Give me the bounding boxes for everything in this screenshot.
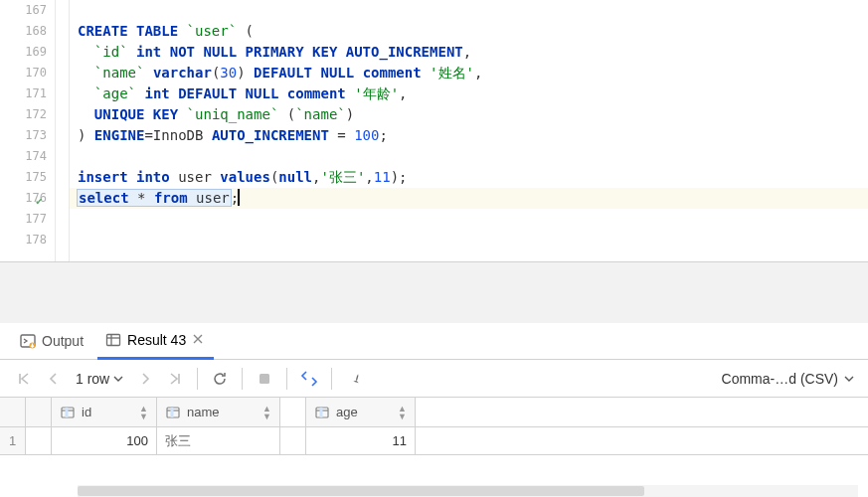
fold-gutter: [56, 0, 70, 261]
prev-page-button[interactable]: [40, 365, 68, 393]
grid-corner-2[interactable]: [26, 398, 52, 426]
cell-gap: [280, 427, 306, 454]
grid-header-row: id ▲▼ name ▲▼ age ▲▼: [0, 398, 868, 427]
svg-rect-2: [107, 335, 120, 346]
tab-result-label: Result 43: [127, 332, 186, 348]
table-icon: [105, 332, 121, 348]
column-header-name[interactable]: name ▲▼: [157, 398, 280, 426]
column-header-age[interactable]: age ▲▼: [306, 398, 416, 426]
row-gap: [26, 427, 52, 454]
export-format-label: Comma-…d (CSV): [722, 371, 838, 387]
grid-corner[interactable]: [0, 398, 26, 426]
chevron-down-icon: [113, 374, 123, 384]
reload-button[interactable]: [206, 365, 234, 393]
compare-button[interactable]: [295, 365, 323, 393]
row-count-label: 1 row: [76, 371, 109, 387]
sort-icon[interactable]: ▲▼: [398, 405, 407, 420]
row-number[interactable]: 1: [0, 427, 26, 454]
result-toolbar: 1 row Comma-…d (CSV): [0, 360, 868, 398]
cell-age[interactable]: 11: [306, 427, 416, 454]
grid-gap: [280, 398, 306, 426]
sort-icon[interactable]: ▲▼: [262, 405, 271, 420]
column-name: age: [336, 405, 358, 419]
sort-icon[interactable]: ▲▼: [139, 405, 148, 420]
cell-id[interactable]: 100: [52, 427, 157, 454]
export-format-dropdown[interactable]: Comma-…d (CSV): [718, 371, 858, 387]
svg-rect-11: [171, 408, 174, 417]
svg-rect-5: [260, 374, 269, 384]
stop-button[interactable]: [251, 365, 278, 393]
svg-rect-8: [66, 408, 69, 417]
result-tabs: Output Result 43: [0, 323, 868, 360]
code-area[interactable]: CREATE TABLE `user` ( `id` int NOT NULL …: [70, 0, 868, 261]
row-count-dropdown[interactable]: 1 row: [70, 371, 129, 387]
output-icon: [20, 333, 36, 349]
last-page-button[interactable]: [161, 365, 189, 393]
column-icon: [165, 405, 181, 420]
column-icon: [314, 405, 330, 420]
next-page-button[interactable]: [131, 365, 159, 393]
table-row[interactable]: 1 100 张三 11: [0, 427, 868, 455]
first-page-button[interactable]: [10, 365, 38, 393]
column-header-id[interactable]: id ▲▼: [52, 398, 157, 426]
column-name: name: [187, 405, 220, 419]
pin-button[interactable]: [340, 365, 368, 393]
chevron-down-icon: [844, 374, 854, 384]
tab-result[interactable]: Result 43: [97, 324, 214, 360]
result-grid[interactable]: id ▲▼ name ▲▼ age ▲▼ 1 100 张三 11: [0, 398, 868, 455]
close-icon[interactable]: [192, 333, 206, 347]
column-name: id: [82, 405, 91, 419]
line-number-gutter: 167168169170171172173174175176✔177178: [0, 0, 56, 261]
code-editor[interactable]: 167168169170171172173174175176✔177178 CR…: [0, 0, 868, 261]
tab-output-label: Output: [42, 333, 84, 349]
tab-output[interactable]: Output: [12, 323, 91, 359]
panel-divider[interactable]: [0, 261, 868, 323]
svg-rect-14: [320, 408, 323, 417]
cell-name[interactable]: 张三: [157, 427, 280, 454]
column-icon: [60, 405, 76, 420]
